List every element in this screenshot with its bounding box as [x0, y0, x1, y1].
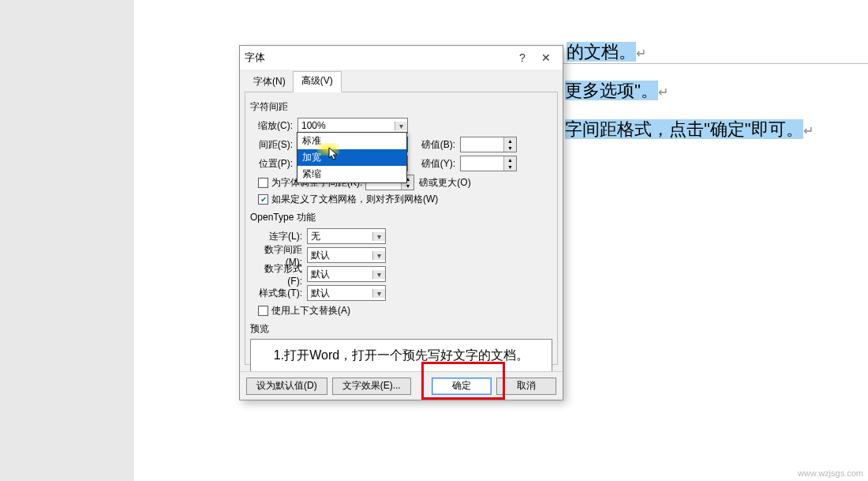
spinner-buttons[interactable]: ▲▼ [503, 156, 516, 171]
spacing-option-condensed[interactable]: 紧缩 [297, 166, 406, 182]
position-label: 位置(P): [250, 157, 297, 171]
kerning-checkbox[interactable] [258, 178, 268, 188]
set-default-button[interactable]: 设为默认值(D) [246, 378, 327, 395]
spacing-label: 间距(S): [250, 138, 297, 152]
tab-advanced[interactable]: 高级(V) [293, 71, 342, 92]
spacing-by-label: 磅值(B): [419, 138, 460, 152]
doc-line-2: 更多选项"。↵ [565, 73, 668, 110]
dialog-button-bar: 设为默认值(D) 文字效果(E)... 确定 取消 [240, 371, 563, 400]
scale-label: 缩放(C): [250, 119, 297, 133]
snap-to-grid-label: 如果定义了文档网格，则对齐到网格(W) [271, 193, 438, 206]
preview-box: 1.打开Word，打开一个预先写好文字的文档。 [250, 339, 552, 372]
scale-combo[interactable]: 100%▾ [297, 118, 408, 133]
help-button[interactable]: ? [511, 46, 534, 70]
styleset-label: 样式集(T): [250, 287, 307, 300]
watermark: www.wzjsgs.com [798, 468, 863, 478]
spinner-buttons[interactable]: ▲▼ [503, 137, 516, 152]
chevron-down-icon: ▾ [372, 232, 385, 241]
spacing-dropdown-list[interactable]: 标准 加宽 紧缩 [297, 132, 407, 183]
dialog-title: 字体 [245, 46, 511, 70]
doc-line-1: 的文档。↵ [567, 35, 646, 71]
annotation-ok-highlight [421, 362, 505, 400]
chevron-down-icon: ▾ [372, 270, 385, 279]
chevron-down-icon: ▾ [372, 251, 385, 260]
ligatures-label: 连字(L): [250, 230, 307, 243]
contextual-alt-label: 使用上下文替换(A) [271, 304, 350, 318]
group-char-spacing-label: 字符间距 [250, 100, 552, 114]
ligatures-combo[interactable]: 无▾ [307, 228, 386, 244]
chevron-down-icon: ▾ [395, 122, 407, 130]
num-spacing-combo[interactable]: 默认▾ [307, 247, 386, 263]
spacing-option-expanded[interactable]: 加宽 [297, 149, 406, 166]
group-opentype-label: OpenType 功能 [250, 211, 552, 224]
spacing-option-standard[interactable]: 标准 [297, 133, 406, 149]
styleset-combo[interactable]: 默认▾ [307, 285, 386, 301]
app-gutter [0, 0, 134, 481]
tab-font[interactable]: 字体(N) [246, 71, 293, 92]
font-dialog: 字体 ? ✕ 字体(N) 高级(V) 字符间距 缩放(C): 100%▾ 间距(… [239, 45, 563, 400]
spacing-by-spinner[interactable]: ▲▼ [460, 137, 517, 152]
chevron-down-icon: ▾ [372, 289, 385, 298]
preview-label: 预览 [250, 322, 552, 336]
dialog-titlebar[interactable]: 字体 ? ✕ [240, 46, 563, 70]
dialog-tabs: 字体(N) 高级(V) [246, 71, 559, 92]
num-form-label: 数字形式(F): [250, 262, 307, 287]
num-form-combo[interactable]: 默认▾ [307, 266, 386, 282]
kerning-suffix: 磅或更大(O) [419, 176, 470, 190]
doc-line-3: 字间距格式，点击"确定"即可。↵ [565, 112, 814, 148]
position-by-label: 磅值(Y): [419, 157, 460, 171]
contextual-alt-checkbox[interactable] [258, 306, 268, 316]
position-by-spinner[interactable]: ▲▼ [460, 156, 517, 171]
text-effects-button[interactable]: 文字效果(E)... [332, 378, 411, 395]
close-button[interactable]: ✕ [534, 46, 558, 70]
cancel-button[interactable]: 取消 [496, 378, 556, 395]
snap-to-grid-checkbox[interactable]: ✔ [258, 194, 268, 205]
